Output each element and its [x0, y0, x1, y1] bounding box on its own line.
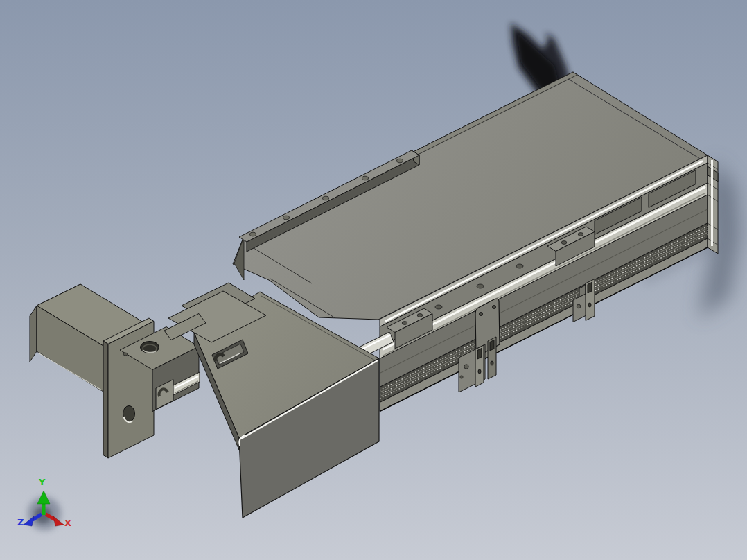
end-cap[interactable]	[708, 155, 718, 254]
axis-z-label: Z	[17, 518, 24, 527]
axis-x-label: X	[64, 518, 71, 527]
cad-viewport[interactable]: Y Z X	[0, 0, 747, 560]
axis-y-label: Y	[39, 478, 45, 487]
cad-3d-scene[interactable]	[0, 0, 747, 560]
